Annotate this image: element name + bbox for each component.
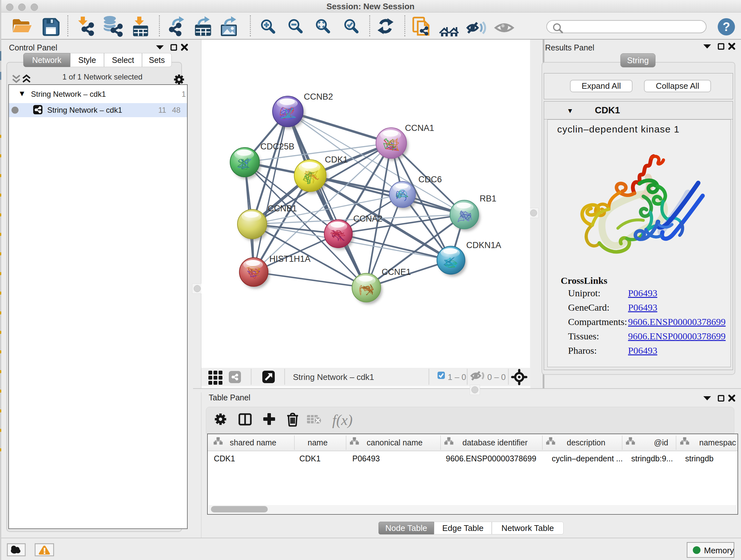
svg-text:CCNA1: CCNA1 (405, 123, 434, 133)
svg-text:CDC6: CDC6 (418, 175, 442, 184)
svg-text:?: ? (723, 20, 730, 34)
svg-text:CCNA2: CCNA2 (353, 214, 383, 224)
svg-text:CCNE1: CCNE1 (382, 267, 411, 277)
svg-text:CCNB1: CCNB1 (268, 204, 297, 213)
svg-text:CCNB2: CCNB2 (304, 92, 333, 102)
svg-text:CDK1: CDK1 (325, 155, 348, 165)
svg-text:RB1: RB1 (480, 194, 496, 203)
svg-text:CDKN1A: CDKN1A (466, 240, 501, 250)
svg-text:HIST1H1A: HIST1H1A (269, 254, 311, 264)
svg-text:CDC25B: CDC25B (260, 142, 294, 151)
